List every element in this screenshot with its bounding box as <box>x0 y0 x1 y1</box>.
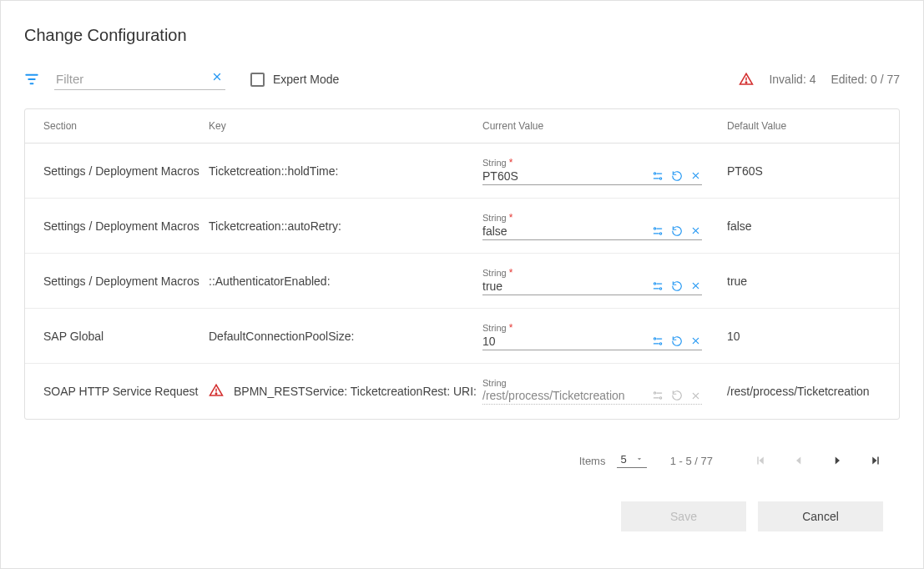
warning-icon <box>209 383 224 400</box>
cell-key: DefaultConnectionPoolSize: <box>209 330 482 343</box>
toolbar: Expert Mode Invalid: 4 Edited: 0 / 77 <box>24 68 900 90</box>
edited-count: Edited: 0 / 77 <box>831 73 900 86</box>
cell-current: String* <box>482 212 727 240</box>
value-input[interactable] <box>482 169 651 183</box>
svg-point-16 <box>654 282 655 284</box>
cell-default: PT60S <box>727 164 881 178</box>
expert-mode-checkbox[interactable]: Expert Mode <box>250 73 339 87</box>
invalid-count: Invalid: 4 <box>769 73 815 86</box>
svg-point-29 <box>215 393 217 395</box>
cancel-button[interactable]: Cancel <box>758 501 883 531</box>
field-type-label: String <box>482 378 702 388</box>
cell-section: Settings / Deployment Macros <box>43 219 209 233</box>
cell-section: Settings / Deployment Macros <box>43 164 209 178</box>
value-input[interactable] <box>482 224 651 238</box>
reset-icon[interactable] <box>670 335 683 347</box>
svg-point-30 <box>654 392 655 394</box>
required-star-icon: * <box>509 322 513 334</box>
cell-default: true <box>727 274 881 288</box>
status-summary: Invalid: 4 Edited: 0 / 77 <box>739 72 900 87</box>
reset-icon[interactable] <box>670 224 683 237</box>
switch-type-icon[interactable] <box>651 224 664 237</box>
svg-point-6 <box>659 177 661 179</box>
key-label: DefaultConnectionPoolSize: <box>209 330 354 343</box>
page-range: 1 - 5 / 77 <box>670 455 713 467</box>
items-label: Items <box>579 455 606 467</box>
col-current: Current Value <box>482 120 727 132</box>
table-row: Settings / Deployment MacrosTicketcreati… <box>25 144 899 199</box>
switch-type-icon <box>651 390 664 402</box>
cell-current: String* <box>482 322 727 350</box>
cell-default: /rest/process/Ticketcreation <box>727 385 881 398</box>
value-input[interactable] <box>482 279 651 293</box>
cell-default: false <box>727 219 881 233</box>
key-label: Ticketcreation::autoRetry: <box>209 219 341 233</box>
cell-current: String* <box>482 267 727 295</box>
dialog-actions: Save Cancel <box>24 501 900 531</box>
svg-point-10 <box>654 227 655 229</box>
col-default: Default Value <box>727 120 881 132</box>
field-type-label: String* <box>482 157 702 169</box>
prev-page-button[interactable] <box>791 453 806 468</box>
table-row: SAP GlobalDefaultConnectionPoolSize:Stri… <box>25 309 899 364</box>
dialog-title: Change Configuration <box>24 26 900 45</box>
cell-current: String <box>482 378 727 405</box>
cell-key: Ticketcreation::holdTime: <box>209 164 482 178</box>
filter-icon <box>24 72 39 87</box>
cell-section: Settings / Deployment Macros <box>43 274 209 288</box>
svg-point-22 <box>654 337 655 339</box>
field-type-label: String* <box>482 267 702 279</box>
switch-type-icon[interactable] <box>651 169 664 182</box>
table-row: Settings / Deployment MacrosTicketcreati… <box>25 199 899 254</box>
field-type-label: String* <box>482 212 702 224</box>
key-label: ::AuthenticatorEnabled: <box>209 274 331 288</box>
col-key: Key <box>209 120 482 132</box>
cell-current: String* <box>482 157 727 185</box>
filter-input[interactable] <box>54 68 225 90</box>
svg-point-12 <box>659 232 661 234</box>
reset-icon[interactable] <box>670 279 683 292</box>
clear-icon[interactable] <box>689 169 702 182</box>
switch-type-icon[interactable] <box>651 279 664 292</box>
cell-section: SAP Global <box>43 330 209 343</box>
key-label: Ticketcreation::holdTime: <box>209 164 338 178</box>
required-star-icon: * <box>509 212 513 224</box>
required-star-icon: * <box>509 267 513 279</box>
clear-icon[interactable] <box>689 224 702 237</box>
value-input <box>482 389 651 402</box>
filter-input-wrap <box>54 68 225 90</box>
expert-mode-label: Expert Mode <box>273 73 339 86</box>
key-label: BPMN_RESTService: TicketcreationRest: UR… <box>234 385 477 398</box>
reset-icon[interactable] <box>670 169 683 182</box>
warning-icon <box>739 72 754 87</box>
filter-clear-icon[interactable] <box>210 70 224 83</box>
svg-point-18 <box>659 287 661 289</box>
clear-icon[interactable] <box>689 335 702 347</box>
table-row: SOAP HTTP Service RequestBPMN_RESTServic… <box>25 364 899 419</box>
checkbox-icon <box>250 73 265 87</box>
svg-point-3 <box>746 82 748 83</box>
save-button[interactable]: Save <box>621 501 746 531</box>
pager: Items 5 1 - 5 / 77 <box>24 453 900 468</box>
field-type-label: String* <box>482 322 702 334</box>
col-section: Section <box>43 120 209 132</box>
config-table: Section Key Current Value Default Value … <box>24 108 900 420</box>
switch-type-icon[interactable] <box>651 335 664 347</box>
svg-point-32 <box>659 397 661 399</box>
reset-icon <box>670 390 683 402</box>
value-input[interactable] <box>482 335 651 348</box>
last-page-button[interactable] <box>868 453 883 468</box>
next-page-button[interactable] <box>830 453 845 468</box>
first-page-button[interactable] <box>753 453 768 468</box>
table-row: Settings / Deployment Macros::Authentica… <box>25 254 899 309</box>
clear-icon <box>689 390 702 402</box>
page-size-select[interactable]: 5 <box>617 453 646 468</box>
change-configuration-dialog: Change Configuration Expert Mode <box>0 0 924 569</box>
clear-icon[interactable] <box>689 279 702 292</box>
cell-key: Ticketcreation::autoRetry: <box>209 219 482 233</box>
svg-point-24 <box>659 342 661 344</box>
cell-key: ::AuthenticatorEnabled: <box>209 274 482 288</box>
cell-default: 10 <box>727 330 881 343</box>
cell-section: SOAP HTTP Service Request <box>43 385 209 398</box>
cell-key: BPMN_RESTService: TicketcreationRest: UR… <box>209 383 482 400</box>
